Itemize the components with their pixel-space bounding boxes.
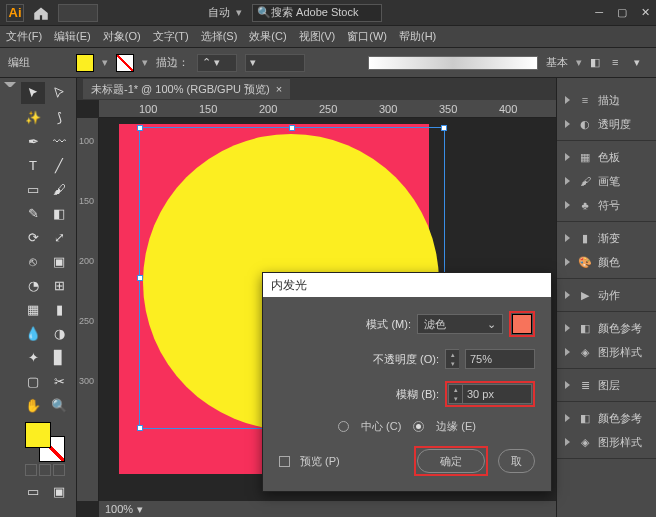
toolbox: ✨⟆ ✒〰 T╱ ▭🖌 ✎◧ ⟳⤢ ⎋▣ ◔⊞ ▦▮ 💧◑ ✦▊ ▢✂ ✋🔍 ▭… — [19, 78, 77, 517]
basic-label: 基本 — [546, 55, 568, 70]
ai-logo: Ai — [6, 4, 24, 22]
menu-help[interactable]: 帮助(H) — [399, 29, 436, 44]
opt-icon-2[interactable]: ≡ — [612, 56, 626, 70]
blur-spinner[interactable]: ▴▾ — [448, 384, 462, 404]
gradient-tool[interactable]: ▮ — [47, 298, 71, 320]
menu-bar: 文件(F) 编辑(E) 对象(O) 文字(T) 选择(S) 效果(C) 视图(V… — [0, 26, 656, 48]
type-tool[interactable]: T — [21, 154, 45, 176]
perspective-tool[interactable]: ⊞ — [47, 274, 71, 296]
home-icon[interactable] — [32, 4, 50, 22]
blur-label: 模糊 (B): — [396, 387, 439, 402]
panel-graphicstyles[interactable]: ◈图形样式 — [557, 340, 656, 364]
workspace-dropdown[interactable] — [58, 4, 98, 22]
color-mode[interactable] — [25, 464, 37, 476]
free-transform-tool[interactable]: ▣ — [47, 250, 71, 272]
brush-definition[interactable] — [368, 56, 538, 70]
curvature-tool[interactable]: 〰 — [47, 130, 71, 152]
blur-input[interactable]: 30 px — [462, 384, 532, 404]
stroke-weight-input[interactable]: ⌃ ▾ — [197, 54, 237, 72]
shape-builder-tool[interactable]: ◔ — [21, 274, 45, 296]
panel-swatches[interactable]: ▦色板 — [557, 145, 656, 169]
zoom-tool[interactable]: 🔍 — [47, 394, 71, 416]
panel-brushes[interactable]: 🖌画笔 — [557, 169, 656, 193]
line-tool[interactable]: ╱ — [47, 154, 71, 176]
options-bar: 编组 ▾ ▾ 描边： ⌃ ▾ ▾ 基本 ▾ ◧ ≡ ▾ — [0, 48, 656, 78]
paintbrush-tool[interactable]: 🖌 — [47, 178, 71, 200]
glow-color-swatch[interactable] — [512, 314, 532, 334]
magic-wand-tool[interactable]: ✨ — [21, 106, 45, 128]
none-mode[interactable] — [53, 464, 65, 476]
panel-transparency[interactable]: ◐透明度 — [557, 112, 656, 136]
menu-type[interactable]: 文字(T) — [153, 29, 189, 44]
screen-mode-normal[interactable]: ▭ — [21, 480, 45, 502]
menu-object[interactable]: 对象(O) — [103, 29, 141, 44]
ruler-vertical: 100150200250300 — [77, 118, 99, 501]
symbol-sprayer-tool[interactable]: ✦ — [21, 346, 45, 368]
menu-select[interactable]: 选择(S) — [201, 29, 238, 44]
eyedropper-tool[interactable]: 💧 — [21, 322, 45, 344]
status-bar: 100%▾ — [99, 501, 556, 517]
edge-label: 边缘 (E) — [436, 419, 476, 434]
panel-colorguide-2[interactable]: ◧颜色参考 — [557, 406, 656, 430]
menu-effect[interactable]: 效果(C) — [249, 29, 286, 44]
menu-view[interactable]: 视图(V) — [299, 29, 336, 44]
panel-graphicstyles-2[interactable]: ◈图形样式 — [557, 430, 656, 454]
width-tool[interactable]: ⎋ — [21, 250, 45, 272]
panel-gradient[interactable]: ▮渐变 — [557, 226, 656, 250]
blend-tool[interactable]: ◑ — [47, 322, 71, 344]
collapse-chevron-icon[interactable] — [4, 82, 16, 88]
selection-tool[interactable] — [21, 82, 45, 104]
mode-dropdown[interactable]: 滤色⌄ — [417, 314, 503, 334]
eraser-tool[interactable]: ◧ — [47, 202, 71, 224]
auto-label[interactable]: 自动 — [208, 5, 230, 20]
graph-tool[interactable]: ▊ — [47, 346, 71, 368]
shaper-tool[interactable]: ✎ — [21, 202, 45, 224]
panel-symbols[interactable]: ♣符号 — [557, 193, 656, 217]
search-input[interactable]: 🔍 搜索 Adobe Stock — [252, 4, 382, 22]
panel-stroke[interactable]: ≡描边 — [557, 88, 656, 112]
lasso-tool[interactable]: ⟆ — [47, 106, 71, 128]
panel-color[interactable]: 🎨颜色 — [557, 250, 656, 274]
document-tab[interactable]: 未标题-1* @ 100% (RGB/GPU 预览)× — [83, 79, 290, 99]
panel-layers[interactable]: ≣图层 — [557, 373, 656, 397]
menu-edit[interactable]: 编辑(E) — [54, 29, 91, 44]
fill-stroke-indicator[interactable] — [25, 422, 65, 462]
tab-close-icon[interactable]: × — [276, 83, 282, 95]
opt-icon-1[interactable]: ◧ — [590, 56, 604, 70]
panel-colorguide[interactable]: ◧颜色参考 — [557, 316, 656, 340]
mesh-tool[interactable]: ▦ — [21, 298, 45, 320]
rotate-tool[interactable]: ⟳ — [21, 226, 45, 248]
screen-mode-full[interactable]: ▣ — [47, 480, 71, 502]
center-label: 中心 (C) — [361, 419, 401, 434]
slice-tool[interactable]: ✂ — [47, 370, 71, 392]
right-panel: ≡描边 ◐透明度 ▦色板 🖌画笔 ♣符号 ▮渐变 🎨颜色 ▶动作 ◧颜色参考 ◈… — [556, 78, 656, 517]
hand-tool[interactable]: ✋ — [21, 394, 45, 416]
preview-checkbox[interactable] — [279, 456, 290, 467]
maximize-icon[interactable]: ▢ — [617, 6, 627, 19]
pen-tool[interactable]: ✒ — [21, 130, 45, 152]
panel-actions[interactable]: ▶动作 — [557, 283, 656, 307]
menu-window[interactable]: 窗口(W) — [347, 29, 387, 44]
opacity-input[interactable]: 75% — [465, 349, 535, 369]
stroke-swatch[interactable] — [116, 54, 134, 72]
opt-icon-3[interactable]: ▾ — [634, 56, 648, 70]
gradient-mode[interactable] — [39, 464, 51, 476]
direct-selection-tool[interactable] — [47, 82, 71, 104]
minimize-icon[interactable]: ─ — [595, 6, 603, 19]
stroke-profile-dropdown[interactable]: ▾ — [245, 54, 305, 72]
cancel-button[interactable]: 取 — [498, 449, 535, 473]
menu-file[interactable]: 文件(F) — [6, 29, 42, 44]
scale-tool[interactable]: ⤢ — [47, 226, 71, 248]
app-titlebar: Ai 自动 ▾ 🔍 搜索 Adobe Stock ─ ▢ ✕ — [0, 0, 656, 26]
zoom-level[interactable]: 100% — [105, 503, 133, 515]
close-icon[interactable]: ✕ — [641, 6, 650, 19]
fill-swatch[interactable] — [76, 54, 94, 72]
edge-radio[interactable] — [413, 421, 424, 432]
ok-button[interactable]: 确定 — [417, 449, 485, 473]
artboard-tool[interactable]: ▢ — [21, 370, 45, 392]
tab-bar: 未标题-1* @ 100% (RGB/GPU 预览)× — [77, 78, 556, 100]
opacity-spinner[interactable]: ▴▾ — [445, 349, 459, 369]
rectangle-tool[interactable]: ▭ — [21, 178, 45, 200]
tool-collapse-col — [0, 78, 19, 517]
center-radio[interactable] — [338, 421, 349, 432]
